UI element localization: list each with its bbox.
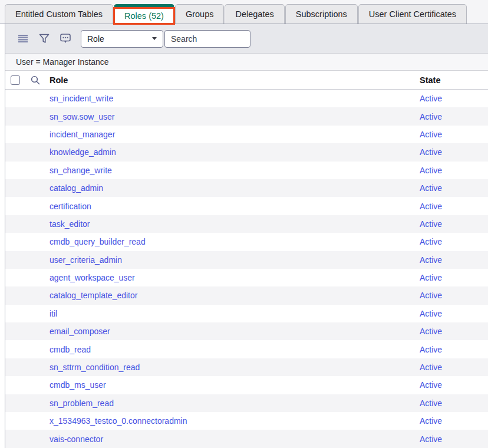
tab-label: Roles (52) xyxy=(124,11,164,21)
role-link[interactable]: cmdb_ms_user xyxy=(50,376,106,394)
tab-label: Delegates xyxy=(235,9,273,19)
column-header-state[interactable]: State xyxy=(420,71,440,90)
column-search-toggle[interactable] xyxy=(31,75,40,87)
tab-strip: Entitled Custom Tables Roles (52) Groups… xyxy=(0,0,488,24)
table-row: cmdb_readActive xyxy=(5,340,488,358)
chevron-down-icon xyxy=(152,37,157,40)
role-link[interactable]: sn_sow.sow_user xyxy=(50,107,115,125)
state-link[interactable]: Active xyxy=(420,430,442,447)
state-link[interactable]: Active xyxy=(420,340,442,358)
state-link[interactable]: Active xyxy=(420,269,442,286)
role-link[interactable]: email_composer xyxy=(50,322,110,340)
table-row: cmdb_ms_userActive xyxy=(5,376,488,394)
role-link[interactable]: user_criteria_admin xyxy=(50,251,122,269)
state-link[interactable]: Active xyxy=(420,286,442,304)
role-link[interactable]: catalog_template_editor xyxy=(50,286,137,304)
table-row: sn_sow.sow_userActive xyxy=(5,107,488,125)
tab-roles[interactable]: Roles (52) xyxy=(114,4,174,24)
role-link[interactable]: sn_problem_read xyxy=(50,394,114,412)
list-menu-button[interactable] xyxy=(12,30,34,48)
chat-bubble-icon xyxy=(60,34,71,44)
chat-bubble-button[interactable] xyxy=(55,30,76,48)
table-row: knowledge_adminActive xyxy=(5,143,488,161)
state-link[interactable]: Active xyxy=(420,251,442,269)
tab-delegates[interactable]: Delegates xyxy=(225,4,284,24)
tab-label: Subscriptions xyxy=(296,9,347,19)
state-link[interactable]: Active xyxy=(420,107,442,125)
table-row: vais-connectorActive xyxy=(5,430,488,447)
state-link[interactable]: Active xyxy=(420,305,442,322)
table-row: sn_change_writeActive xyxy=(5,162,488,179)
role-link[interactable]: knowledge_admin xyxy=(50,143,116,161)
state-link[interactable]: Active xyxy=(420,233,442,251)
tab-user-client-certificates[interactable]: User Client Certificates xyxy=(358,4,467,24)
table-row: cmdb_query_builder_readActive xyxy=(5,233,488,251)
tab-label: User Client Certificates xyxy=(369,9,456,19)
table-row: x_1534963_testco_0.connectoradminActive xyxy=(5,412,488,430)
role-link[interactable]: sn_incident_write xyxy=(50,90,113,107)
role-link[interactable]: itil xyxy=(50,305,57,322)
table-row: catalog_adminActive xyxy=(5,179,488,197)
table-row: incident_managerActive xyxy=(5,126,488,143)
state-link[interactable]: Active xyxy=(420,215,442,233)
table-row: task_editorActive xyxy=(5,215,488,233)
tab-label: Groups xyxy=(186,9,214,19)
column-header-role[interactable]: Role xyxy=(50,71,68,90)
state-link[interactable]: Active xyxy=(420,126,442,143)
state-link[interactable]: Active xyxy=(420,197,442,215)
role-link[interactable]: sn_sttrm_condition_read xyxy=(50,358,140,376)
role-link[interactable]: sn_change_write xyxy=(50,162,112,179)
state-link[interactable]: Active xyxy=(420,358,442,376)
role-link[interactable]: agent_workspace_user xyxy=(50,269,135,286)
role-link[interactable]: task_editor xyxy=(50,215,90,233)
table-body: sn_incident_writeActivesn_sow.sow_userAc… xyxy=(5,90,488,448)
state-link[interactable]: Active xyxy=(420,322,442,340)
list-toolbar: Role xyxy=(5,24,488,53)
select-all-checkbox[interactable] xyxy=(11,75,20,85)
state-link[interactable]: Active xyxy=(420,90,442,107)
tab-entitled-custom-tables[interactable]: Entitled Custom Tables xyxy=(5,4,113,24)
roles-list-panel: Role User = Manager Instance Role State … xyxy=(5,24,488,448)
state-link[interactable]: Active xyxy=(420,179,442,197)
list-menu-icon xyxy=(18,35,28,42)
table-row: certificationActive xyxy=(5,197,488,215)
search-icon xyxy=(31,75,40,85)
table-row: sn_problem_readActive xyxy=(5,394,488,412)
filter-button[interactable] xyxy=(34,30,55,48)
table-row: email_composerActive xyxy=(5,322,488,340)
state-link[interactable]: Active xyxy=(420,412,442,430)
role-link[interactable]: vais-connector xyxy=(50,430,103,447)
tab-label: Entitled Custom Tables xyxy=(15,9,103,19)
state-link[interactable]: Active xyxy=(420,394,442,412)
search-field-value: Role xyxy=(87,34,104,44)
role-link[interactable]: x_1534963_testco_0.connectoradmin xyxy=(50,412,187,430)
table-row: agent_workspace_userActive xyxy=(5,269,488,286)
state-link[interactable]: Active xyxy=(420,143,442,161)
table-row: catalog_template_editorActive xyxy=(5,286,488,304)
search-input[interactable] xyxy=(164,30,250,48)
state-link[interactable]: Active xyxy=(420,162,442,179)
role-link[interactable]: certification xyxy=(50,197,91,215)
filter-icon xyxy=(39,34,50,44)
table-row: sn_sttrm_condition_readActive xyxy=(5,358,488,376)
breadcrumb[interactable]: User = Manager Instance xyxy=(5,53,488,71)
table-row: user_criteria_adminActive xyxy=(5,251,488,269)
search-field-selector[interactable]: Role xyxy=(81,30,163,48)
role-link[interactable]: incident_manager xyxy=(50,126,115,143)
tab-groups[interactable]: Groups xyxy=(175,4,225,24)
table-row: itilActive xyxy=(5,305,488,322)
table-row: sn_incident_writeActive xyxy=(5,90,488,107)
role-link[interactable]: cmdb_query_builder_read xyxy=(50,233,146,251)
role-link[interactable]: cmdb_read xyxy=(50,340,91,358)
breadcrumb-text: User = Manager Instance xyxy=(16,57,109,67)
state-link[interactable]: Active xyxy=(420,376,442,394)
table-header: Role State xyxy=(5,71,488,90)
role-link[interactable]: catalog_admin xyxy=(50,179,103,197)
tab-subscriptions[interactable]: Subscriptions xyxy=(285,4,358,24)
